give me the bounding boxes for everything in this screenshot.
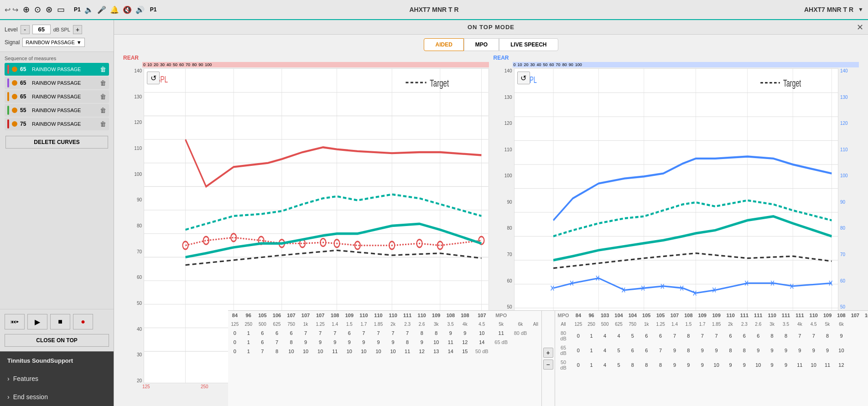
chart-right-scale-top: 0 10 20 30 40 50 60 70 80 90 100 (513, 62, 859, 67)
measure-item[interactable]: 65 RAINBOW PASSAGE 🗑 (5, 77, 109, 89)
features-item[interactable]: › Features (0, 370, 114, 388)
measure-color-bar (7, 106, 9, 115)
measure-name: RAINBOW PASSAGE (32, 67, 97, 72)
measure-level: 65 (20, 80, 29, 86)
measure-color-bar (7, 65, 9, 74)
measure-item[interactable]: 65 RAINBOW PASSAGE 🗑 (5, 63, 109, 76)
trash-icon[interactable]: 🗑 (100, 120, 106, 128)
chart-left-reset-button[interactable]: ↺ (147, 72, 160, 84)
mic-icon[interactable]: 🎤 (97, 5, 106, 14)
tinnitus-item: Tinnitus SoundSupport (0, 352, 114, 370)
right-50db-row: 50 dB 014588 89991099 109911101112 (555, 358, 868, 372)
table-expand-button[interactable]: + (543, 348, 553, 358)
modal-title: ON TOP MODE (468, 24, 515, 31)
left-50db-row: 0178101010 11101010101112 131415 50 dB (228, 347, 541, 356)
measure-name: RAINBOW PASSAGE (32, 121, 97, 127)
tab-row: AIDED MPO LIVE SPEECH (114, 35, 868, 55)
screen-icon[interactable]: ▭ (57, 5, 65, 15)
tinnitus-label: Tinnitus SoundSupport (7, 357, 73, 364)
bottom-tables: 8496105106107107107 10810911011011011111… (228, 310, 868, 406)
main-content: ON TOP MODE ✕ AIDED MPO LIVE SPEECH REAR… (114, 20, 868, 406)
left-freq-row: 1252505006257501k1.25 1.41.51.71.852k2.3… (228, 320, 541, 329)
chart-right-reset-button[interactable]: ↺ (517, 72, 530, 84)
level-minus-button[interactable]: - (21, 25, 30, 34)
trash-icon[interactable]: 🗑 (100, 93, 106, 100)
trash-icon[interactable]: 🗑 (100, 79, 106, 87)
trash-icon[interactable]: 🗑 (100, 66, 106, 73)
p1-label-left: P1 (74, 6, 81, 13)
volume-icon[interactable]: 🔊 (135, 5, 145, 14)
end-session-label: End session (13, 393, 48, 401)
target-icon[interactable]: ⊕ (23, 5, 30, 15)
tab-aided[interactable]: AIDED (424, 38, 463, 51)
end-session-item[interactable]: › End session (0, 388, 114, 406)
measure-color-bar (7, 78, 9, 87)
left-table: 8496105106107107107 10810911011011011111… (228, 311, 541, 356)
play-button[interactable]: ▶ (27, 314, 47, 329)
measure-item[interactable]: 75 RAINBOW PASSAGE 🗑 (5, 118, 109, 130)
stop-button[interactable]: ■ (50, 314, 70, 329)
measure-item[interactable]: 65 RAINBOW PASSAGE 🗑 (5, 90, 109, 103)
left-sidebar: Level - 65 dB SPL + Signal RAINBOW PASSA… (0, 20, 114, 406)
signal-label: Signal (5, 39, 20, 46)
svg-text:×: × (621, 283, 626, 297)
sidebar-controls: Level - 65 dB SPL + Signal RAINBOW PASSA… (0, 20, 114, 52)
right-freq-row: All1252505006257501k 1.251.41.51.71.852k… (555, 320, 868, 329)
measure-level: 65 (20, 66, 29, 72)
top-icons: ⊕ ⊙ ⊛ ▭ (23, 5, 65, 15)
measure-name: RAINBOW PASSAGE (32, 80, 97, 86)
svg-text:×: × (550, 281, 555, 295)
measure-dot (12, 80, 17, 86)
level-unit: dB SPL (53, 27, 70, 32)
chart-left-scale-top: 0 10 20 30 40 50 60 70 80 90 100 (142, 62, 489, 67)
bell-icon[interactable]: 🔔 (110, 5, 119, 14)
speaker-icon[interactable]: 🔈 (84, 5, 94, 14)
bottom-sidebar: Tinnitus SoundSupport › Features › End s… (0, 351, 114, 406)
tab-mpo[interactable]: MPO (464, 38, 499, 51)
delete-curves-button[interactable]: DELETE CURVES (5, 136, 108, 149)
svg-text:×: × (770, 276, 774, 290)
svg-text:×: × (692, 286, 697, 300)
table-divider: + − (541, 311, 555, 406)
measure-list: 65 RAINBOW PASSAGE 🗑 65 RAINBOW PASSAGE … (0, 63, 114, 130)
modal-close-button[interactable]: ✕ (857, 22, 863, 32)
trash-icon[interactable]: 🗑 (100, 107, 106, 114)
right-65db-row: 65 dB 014566 7989988 99999910 (555, 343, 868, 358)
measure-level: 55 (20, 107, 29, 113)
svg-text:×: × (640, 281, 645, 295)
svg-text:×: × (569, 276, 574, 290)
record-button[interactable]: ● (73, 314, 93, 329)
measure-level: 75 (20, 121, 29, 127)
right-80db-row: 80 dB 014456 6787766 6887789 (555, 329, 868, 343)
right-mpo-row: MPO 8496103104104105105 1071081091091101… (555, 311, 868, 320)
measure-level: 65 (20, 93, 29, 100)
table-collapse-button[interactable]: − (543, 360, 553, 370)
sequence-label: Sequence of measures (0, 52, 114, 63)
undo-button[interactable]: ↩ (5, 5, 10, 14)
signal-select[interactable]: RAINBOW PASSAGE ▼ (22, 38, 84, 47)
right-table: MPO 8496103104104105105 1071081091091101… (555, 311, 868, 372)
play-step-button[interactable]: ⏮▶ (5, 314, 25, 329)
svg-text:×: × (744, 276, 748, 290)
svg-text:Target: Target (430, 77, 449, 88)
chart-right-rear-label: REAR (494, 55, 509, 61)
left-65db-row: 0167899 9999989 10111214 65 dB (228, 338, 541, 347)
measure-name: RAINBOW PASSAGE (32, 94, 97, 99)
svg-text:×: × (660, 279, 665, 293)
measure-dot (12, 121, 17, 127)
measure-item[interactable]: 55 RAINBOW PASSAGE 🗑 (5, 104, 109, 117)
nav-arrows[interactable]: ↩ ↪ (5, 5, 18, 14)
right-data-table: MPO 8496103104104105105 1071081091091101… (555, 311, 868, 406)
tab-live-speech[interactable]: LIVE SPEECH (499, 38, 558, 51)
left-mpo-row: 8496105106107107107 10810911011011011111… (228, 311, 541, 320)
mute-icon[interactable]: 🔇 (123, 5, 132, 14)
settings-icon[interactable]: ⊙ (34, 5, 41, 15)
modal-header: ON TOP MODE ✕ (114, 20, 868, 35)
close-on-top-button[interactable]: CLOSE ON TOP (5, 334, 109, 347)
measure-dot (12, 67, 17, 72)
measure-dot (12, 108, 17, 113)
redo-button[interactable]: ↪ (12, 5, 18, 14)
svg-text:×: × (790, 279, 794, 293)
level-plus-button[interactable]: + (73, 25, 82, 34)
gear-icon[interactable]: ⊛ (46, 5, 52, 15)
